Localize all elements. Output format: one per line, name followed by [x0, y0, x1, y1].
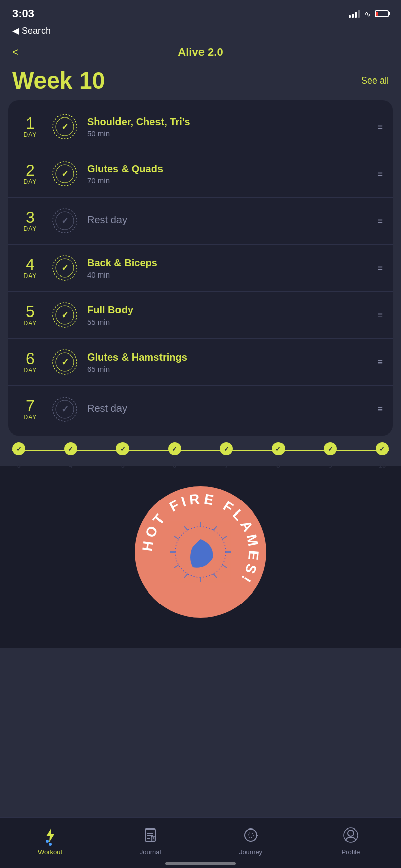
- day-number: 5: [18, 303, 43, 320]
- day-menu-icon[interactable]: ≡: [371, 404, 383, 415]
- back-button[interactable]: <: [12, 46, 19, 59]
- nav-item-profile[interactable]: Profile: [301, 826, 401, 856]
- progress-week-7[interactable]: ✓ 7: [220, 442, 233, 458]
- journal-icon: [141, 826, 159, 844]
- week-header: Week 10 See all: [0, 67, 401, 100]
- journey-icon: [242, 826, 260, 844]
- day-label: DAY: [18, 131, 43, 138]
- day-check-circle: ✓: [51, 395, 79, 423]
- day-info: Full Body 55 min: [87, 304, 371, 326]
- day-info: Rest day: [87, 403, 371, 416]
- day-check-circle: ✓: [51, 207, 79, 235]
- day-check-circle: ✓: [51, 160, 79, 188]
- progress-line: ✓ 3 ✓ 4 ✓ 5 ✓ 6 ✓ 7 ✓ 8 ✓ 9 ✓ 10: [12, 450, 389, 451]
- day-menu-icon[interactable]: ≡: [371, 169, 383, 179]
- day-menu-icon[interactable]: ≡: [371, 263, 383, 273]
- day-number-block: 1 DAY: [18, 115, 43, 138]
- week-progress-bar: ✓ 3 ✓ 4 ✓ 5 ✓ 6 ✓ 7 ✓ 8 ✓ 9 ✓ 10: [0, 436, 401, 461]
- status-bar: 3:03 ∿: [0, 0, 401, 23]
- day-number: 7: [18, 398, 43, 414]
- day-label: DAY: [18, 178, 43, 185]
- week-title: Week 10: [12, 69, 105, 92]
- nav-title: Alive 2.0: [178, 46, 223, 59]
- day-duration: 40 min: [87, 270, 371, 279]
- day-workout-name: Glutes & Quads: [87, 163, 371, 175]
- day-number: 4: [18, 256, 43, 272]
- day-menu-icon[interactable]: ≡: [371, 357, 383, 368]
- see-all-button[interactable]: See all: [361, 75, 389, 86]
- top-nav: < Alive 2.0: [0, 41, 401, 67]
- day-row[interactable]: 7 DAY ✓ Rest day ≡: [8, 386, 393, 432]
- badge-logo: HOT FIRE FLAMES!: [135, 486, 266, 618]
- day-row[interactable]: 4 DAY ✓ Back & Biceps 40 min ≡: [8, 245, 393, 292]
- svg-line-30: [184, 574, 188, 578]
- search-back-button[interactable]: ◀ Search: [12, 25, 389, 36]
- svg-point-50: [348, 830, 354, 836]
- day-row[interactable]: 6 DAY ✓ Glutes & Hamstrings 65 min ≡: [8, 339, 393, 386]
- svg-text:✓: ✓: [61, 357, 69, 367]
- progress-week-4[interactable]: ✓ 4: [64, 442, 77, 458]
- svg-text:✓: ✓: [61, 122, 69, 132]
- search-back-row: ◀ Search: [0, 23, 401, 41]
- svg-line-25: [222, 536, 227, 539]
- svg-line-24: [213, 526, 217, 530]
- day-number-block: 7 DAY: [18, 398, 43, 421]
- svg-point-36: [46, 840, 49, 843]
- day-workout-name: Full Body: [87, 304, 371, 316]
- day-number-block: 2 DAY: [18, 162, 43, 185]
- day-number-block: 3 DAY: [18, 209, 43, 232]
- svg-line-33: [174, 536, 179, 539]
- days-card: 1 DAY ✓ Shoulder, Chest, Tri's 50 min ≡ …: [8, 100, 393, 436]
- day-check-circle: ✓: [51, 348, 79, 376]
- day-workout-name: Rest day: [87, 214, 371, 226]
- day-row[interactable]: 1 DAY ✓ Shoulder, Chest, Tri's 50 min ≡: [8, 103, 393, 150]
- status-icons: ∿: [349, 9, 389, 19]
- progress-week-8[interactable]: ✓ 8: [272, 442, 285, 458]
- progress-week-6[interactable]: ✓ 6: [168, 442, 181, 458]
- day-row[interactable]: 2 DAY ✓ Glutes & Quads 70 min ≡: [8, 150, 393, 198]
- svg-text:✓: ✓: [61, 404, 69, 414]
- day-duration: 50 min: [87, 129, 371, 138]
- day-number: 3: [18, 209, 43, 225]
- day-menu-icon[interactable]: ≡: [371, 310, 383, 321]
- svg-text:HOT FIRE FLAMES!: HOT FIRE FLAMES!: [139, 491, 261, 587]
- progress-week-3[interactable]: ✓ 3: [12, 442, 25, 458]
- nav-item-journal[interactable]: Journal: [100, 826, 200, 856]
- workout-label: Workout: [38, 848, 62, 856]
- day-label: DAY: [18, 225, 43, 232]
- svg-line-28: [213, 574, 217, 578]
- svg-line-31: [174, 565, 179, 568]
- day-menu-icon[interactable]: ≡: [371, 122, 383, 132]
- wifi-icon: ∿: [364, 9, 371, 19]
- battery-icon: [375, 10, 389, 17]
- day-label: DAY: [18, 272, 43, 280]
- profile-label: Profile: [342, 848, 360, 856]
- progress-week-9[interactable]: ✓ 9: [324, 442, 337, 458]
- day-check-circle: ✓: [51, 254, 79, 282]
- day-label: DAY: [18, 414, 43, 421]
- status-time: 3:03: [12, 7, 34, 20]
- svg-text:✓: ✓: [61, 216, 69, 226]
- day-workout-name: Glutes & Hamstrings: [87, 351, 371, 363]
- day-menu-icon[interactable]: ≡: [371, 216, 383, 226]
- day-workout-name: Back & Biceps: [87, 257, 371, 269]
- badge-section: HOT FIRE FLAMES!: [0, 466, 401, 648]
- day-row[interactable]: 5 DAY ✓ Full Body 55 min ≡: [8, 292, 393, 339]
- day-row[interactable]: 3 DAY ✓ Rest day ≡: [8, 198, 393, 245]
- day-workout-name: Rest day: [87, 403, 371, 414]
- day-duration: 70 min: [87, 176, 371, 185]
- svg-text:✓: ✓: [61, 310, 69, 320]
- nav-item-workout[interactable]: Workout: [0, 826, 100, 856]
- signal-icon: [349, 10, 360, 18]
- day-number-block: 6 DAY: [18, 350, 43, 374]
- nav-item-journey[interactable]: Journey: [200, 826, 301, 856]
- day-number: 6: [18, 350, 43, 367]
- day-number: 2: [18, 162, 43, 178]
- workout-icon: [41, 826, 59, 844]
- day-info: Rest day: [87, 214, 371, 227]
- svg-line-34: [184, 526, 188, 530]
- svg-text:✓: ✓: [61, 169, 69, 179]
- progress-week-10[interactable]: ✓ 10: [376, 442, 389, 458]
- day-check-circle: ✓: [51, 112, 79, 141]
- progress-week-5[interactable]: ✓ 5: [116, 442, 129, 458]
